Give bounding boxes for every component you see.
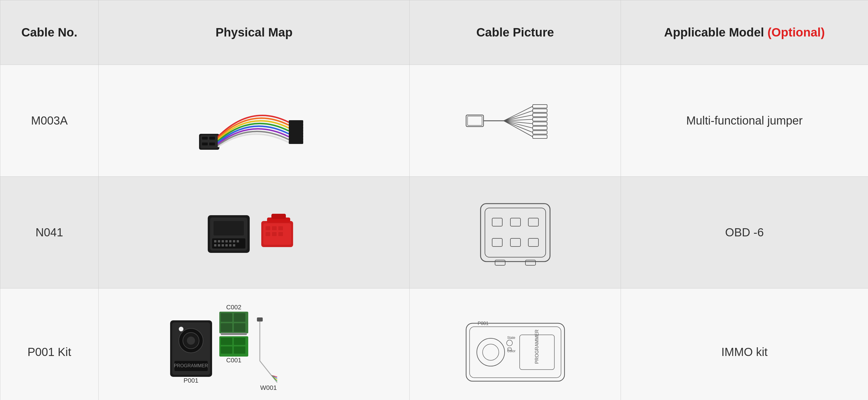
header-physical-map: Physical Map: [99, 0, 410, 65]
svg-rect-61: [485, 208, 546, 257]
physical-map-n041: [99, 177, 410, 288]
svg-rect-31: [533, 131, 547, 134]
svg-rect-73: [234, 313, 245, 322]
svg-rect-63: [510, 218, 521, 226]
physical-map-image-n041: [104, 192, 404, 273]
header-row: Cable No. Physical Map Cable Picture App…: [0, 0, 868, 65]
cable-picture-m003a: [410, 65, 621, 177]
svg-rect-53: [272, 226, 277, 230]
svg-rect-25: [533, 105, 547, 108]
svg-rect-32: [533, 135, 547, 139]
svg-rect-40: [229, 240, 231, 242]
svg-rect-39: [225, 240, 228, 242]
svg-rect-79: [234, 338, 245, 345]
svg-line-17: [504, 106, 533, 121]
svg-rect-66: [510, 238, 521, 247]
table-row: N041: [0, 177, 868, 288]
svg-text:P001: P001: [183, 377, 198, 384]
svg-rect-59: [271, 214, 286, 219]
svg-rect-54: [278, 226, 283, 230]
svg-rect-27: [533, 113, 547, 117]
svg-rect-49: [214, 221, 244, 235]
header-applicable-model: Applicable Model (Optional): [621, 0, 868, 65]
cable-no-n041: N041: [0, 177, 99, 288]
cable-picture-image-m003a: [415, 89, 615, 153]
svg-rect-42: [237, 240, 239, 242]
svg-rect-3: [209, 137, 215, 140]
svg-rect-81: [234, 346, 245, 354]
cable-picture-n041: [410, 177, 621, 288]
svg-point-87: [187, 337, 195, 345]
svg-rect-30: [533, 126, 547, 130]
svg-point-104: [483, 344, 499, 360]
svg-text:P001: P001: [478, 321, 488, 326]
svg-rect-56: [272, 232, 277, 236]
main-table-container: Cable No. Physical Map Cable Picture App…: [0, 0, 868, 400]
svg-rect-26: [533, 109, 547, 112]
svg-rect-45: [222, 244, 224, 247]
svg-rect-68: [495, 260, 505, 265]
svg-rect-2: [202, 137, 208, 140]
svg-rect-69: [525, 260, 535, 265]
svg-rect-29: [533, 122, 547, 125]
svg-rect-5: [209, 143, 215, 145]
svg-rect-76: [221, 333, 247, 335]
svg-rect-43: [214, 244, 216, 247]
svg-rect-28: [533, 118, 547, 121]
svg-rect-62: [492, 218, 502, 226]
svg-rect-65: [492, 238, 502, 247]
physical-map-image-p001: C002: [101, 303, 406, 400]
header-cable-picture: Cable Picture: [410, 0, 621, 65]
svg-text:W001: W001: [260, 384, 277, 391]
physical-map-image-m003a: [104, 80, 404, 161]
svg-rect-67: [528, 238, 538, 247]
svg-text:C002: C002: [226, 304, 242, 311]
cable-picture-image-p001: P001 State Color PROGRAMMER: [415, 312, 615, 393]
svg-rect-60: [480, 204, 550, 261]
cable-no-m003a: M003A: [0, 65, 99, 177]
svg-rect-52: [266, 226, 270, 230]
svg-rect-74: [221, 323, 232, 332]
cable-table: Cable No. Physical Map Cable Picture App…: [0, 0, 868, 400]
table-row: P001 Kit C002: [0, 288, 868, 400]
svg-point-105: [507, 340, 513, 346]
svg-rect-64: [528, 218, 538, 226]
svg-rect-72: [221, 313, 232, 322]
svg-rect-47: [229, 244, 231, 247]
svg-rect-36: [214, 240, 216, 242]
svg-rect-99: [257, 317, 263, 321]
svg-rect-44: [218, 244, 220, 247]
svg-rect-75: [234, 323, 245, 332]
svg-rect-13: [289, 141, 303, 144]
svg-rect-46: [225, 244, 228, 247]
physical-map-p001: C002: [99, 288, 410, 400]
svg-rect-48: [233, 244, 235, 247]
cable-picture-p001: P001 State Color PROGRAMMER: [410, 288, 621, 400]
svg-rect-35: [212, 238, 245, 249]
svg-line-22: [504, 121, 533, 128]
svg-point-103: [477, 338, 505, 366]
svg-rect-15: [468, 116, 482, 125]
svg-text:PROGRAMMER: PROGRAMMER: [174, 363, 208, 368]
svg-text:Color: Color: [507, 349, 516, 353]
svg-rect-55: [266, 232, 270, 236]
svg-rect-80: [221, 346, 232, 354]
svg-rect-37: [218, 240, 220, 242]
applicable-model-p001: IMMO kit: [621, 288, 868, 400]
svg-rect-14: [466, 115, 484, 126]
svg-text:PROGRAMMER: PROGRAMMER: [534, 329, 539, 364]
svg-line-93: [260, 361, 271, 375]
cable-no-p001: P001 Kit: [0, 288, 99, 400]
svg-text:State: State: [507, 336, 515, 340]
svg-rect-38: [222, 240, 224, 242]
applicable-model-m003a: Multi-functional jumper: [621, 65, 868, 177]
svg-rect-4: [202, 143, 208, 145]
svg-rect-78: [221, 338, 232, 345]
svg-point-88: [179, 327, 183, 331]
svg-rect-41: [233, 240, 235, 242]
table-row: M003A: [0, 65, 868, 177]
svg-text:C001: C001: [226, 356, 242, 364]
cable-picture-image-n041: [415, 195, 615, 270]
header-cable-no: Cable No.: [0, 0, 99, 65]
applicable-model-n041: OBD -6: [621, 177, 868, 288]
